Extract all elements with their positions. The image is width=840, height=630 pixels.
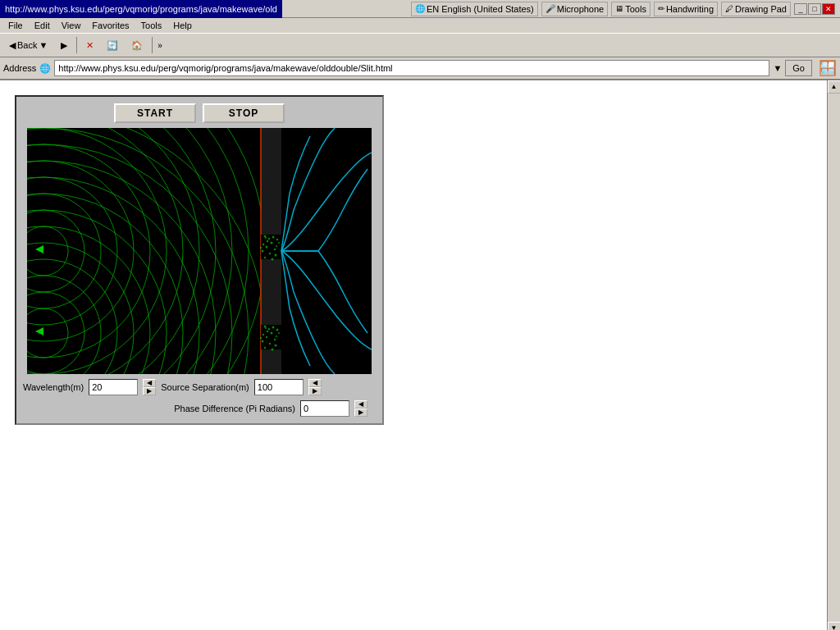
refresh-button[interactable]: 🔄 <box>101 35 124 55</box>
scrollbar-right[interactable]: ▲ ▼ <box>827 80 840 630</box>
wave-canvas <box>27 128 372 374</box>
drawing-label: Drawing Pad <box>735 4 787 14</box>
controls-row-1: Wavelength(m) ◀ ▶ Source Separation(m) ◀… <box>23 379 376 395</box>
svg-point-57 <box>269 343 271 345</box>
taskbar-handwriting[interactable]: ✏ Handwriting <box>654 2 718 16</box>
menu-edit[interactable]: Edit <box>30 20 55 31</box>
svg-point-49 <box>272 326 275 329</box>
taskbar-drawing[interactable]: 🖊 Drawing Pad <box>721 2 791 16</box>
svg-point-42 <box>262 250 264 253</box>
menu-favorites[interactable]: Favorites <box>87 20 134 31</box>
phase-diff-spinner: ◀ ▶ <box>354 400 368 417</box>
svg-rect-31 <box>261 235 281 259</box>
svg-point-34 <box>268 238 270 240</box>
svg-point-56 <box>262 340 264 343</box>
content-area: START STOP <box>0 80 840 630</box>
phase-diff-decrement[interactable]: ◀ <box>354 400 368 409</box>
svg-point-58 <box>275 345 277 347</box>
phase-diff-label: Phase Difference (Pi Radians) <box>174 404 295 413</box>
address-label: Address <box>3 63 36 73</box>
home-button[interactable]: 🏠 <box>126 35 148 55</box>
svg-point-44 <box>275 254 277 257</box>
wavelength-input[interactable] <box>89 379 138 395</box>
forward-button[interactable]: ▶ <box>55 35 73 55</box>
source-sep-label: Source Separation(m) <box>161 382 249 392</box>
maximize-btn[interactable]: □ <box>808 3 821 15</box>
svg-point-35 <box>272 236 275 239</box>
svg-point-62 <box>278 242 280 244</box>
stop-icon: ✕ <box>86 40 94 51</box>
applet-container: START STOP <box>15 95 384 425</box>
wavelength-label: Wavelength(m) <box>23 382 84 392</box>
go-button[interactable]: Go <box>785 60 812 76</box>
scroll-down-btn[interactable]: ▼ <box>828 622 841 630</box>
toolbar-more[interactable]: » <box>156 39 164 52</box>
title-text: http://www.phys.ksu.edu/perg/vqmorig/pro… <box>5 4 277 14</box>
svg-point-59 <box>264 347 266 349</box>
address-input[interactable] <box>54 60 769 76</box>
windows-logo: 🪟 <box>819 59 837 77</box>
toolbar-separator-1 <box>76 37 77 53</box>
taskbar-mic[interactable]: 🎤 Microphone <box>541 2 608 16</box>
svg-point-55 <box>274 339 276 340</box>
title-tab[interactable]: http://www.phys.ksu.edu/perg/vqmorig/pro… <box>0 0 282 18</box>
taskbar-items: 🌐 EN English (United States) 🎤 Microphon… <box>411 2 840 16</box>
lang-label: EN English (United States) <box>427 4 534 14</box>
phase-diff-increment[interactable]: ▶ <box>354 409 368 417</box>
svg-point-52 <box>262 334 264 336</box>
scroll-up-btn[interactable]: ▲ <box>828 80 841 94</box>
handwriting-icon: ✏ <box>658 4 664 13</box>
svg-point-60 <box>272 349 274 351</box>
tools-icon: 🖥 <box>615 4 623 13</box>
source-sep-decrement[interactable]: ◀ <box>308 379 322 387</box>
svg-point-67 <box>260 337 262 339</box>
home-icon: 🏠 <box>131 40 143 51</box>
wavelength-decrement[interactable]: ◀ <box>143 379 156 387</box>
taskbar-tools[interactable]: 🖥 Tools <box>611 2 651 16</box>
svg-point-40 <box>266 246 268 249</box>
wave-svg <box>27 128 372 374</box>
back-dropdown-icon[interactable]: ▼ <box>39 40 48 50</box>
toolbar-separator-2 <box>152 37 153 53</box>
address-icon: 🌐 <box>39 63 51 74</box>
back-icon: ◀ <box>9 40 16 51</box>
wavelength-increment[interactable]: ▶ <box>143 387 156 395</box>
taskbar-lang[interactable]: 🌐 EN English (United States) <box>411 2 538 16</box>
stop-button[interactable]: ✕ <box>80 35 99 55</box>
svg-point-61 <box>265 237 267 239</box>
wavelength-spinner: ◀ ▶ <box>143 379 156 395</box>
phase-diff-input[interactable] <box>300 400 349 417</box>
menu-tools[interactable]: Tools <box>136 20 167 31</box>
menu-view[interactable]: View <box>57 20 86 31</box>
svg-point-36 <box>267 240 268 242</box>
mic-icon: 🎤 <box>546 4 555 13</box>
address-dropdown-icon[interactable]: ▼ <box>773 63 782 73</box>
close-btn[interactable]: ✕ <box>822 3 835 15</box>
menu-help[interactable]: Help <box>168 20 197 31</box>
start-button[interactable]: START <box>114 103 196 123</box>
stop-button[interactable]: STOP <box>203 103 285 123</box>
svg-point-43 <box>269 253 271 254</box>
minimize-btn[interactable]: _ <box>794 3 807 15</box>
svg-point-65 <box>265 327 267 329</box>
menu-bar: File Edit View Favorites Tools Help <box>0 18 840 33</box>
applet-button-row: START STOP <box>23 103 376 123</box>
drawing-icon: 🖊 <box>725 4 733 13</box>
browser-chrome: File Edit View Favorites Tools Help ◀ Ba… <box>0 18 840 80</box>
svg-point-46 <box>272 258 274 261</box>
svg-point-63 <box>260 247 262 249</box>
address-bar: Address 🌐 ▼ Go 🪟 <box>0 57 840 79</box>
svg-point-45 <box>264 257 266 258</box>
svg-point-64 <box>276 245 277 247</box>
taskbar: http://www.phys.ksu.edu/perg/vqmorig/pro… <box>0 0 840 18</box>
back-label: Back <box>17 40 37 50</box>
source-sep-input[interactable] <box>254 379 304 395</box>
menu-file[interactable]: File <box>3 20 28 31</box>
forward-icon: ▶ <box>61 40 67 51</box>
refresh-icon: 🔄 <box>107 40 118 51</box>
source-sep-increment[interactable]: ▶ <box>308 387 322 395</box>
back-button[interactable]: ◀ Back ▼ <box>3 35 53 55</box>
controls-row-2: Phase Difference (Pi Radians) ◀ ▶ <box>23 400 376 417</box>
tools-label: Tools <box>625 4 646 14</box>
svg-rect-32 <box>261 325 281 349</box>
